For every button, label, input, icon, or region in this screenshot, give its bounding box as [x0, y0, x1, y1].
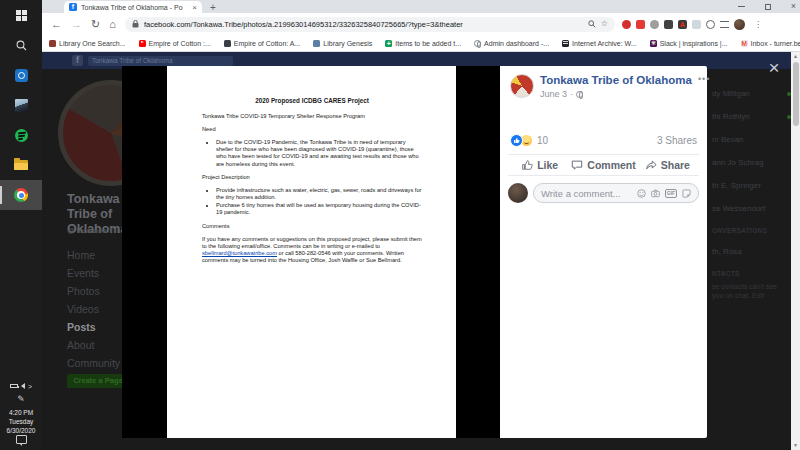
bookmark-item[interactable]: +Items to be added t... [385, 40, 461, 47]
action-center-icon[interactable] [16, 435, 27, 444]
browser-menu-icon[interactable]: ⋮ [754, 20, 762, 29]
notes-extension-icon[interactable] [692, 20, 701, 29]
facebook-logo[interactable]: f [72, 55, 83, 66]
facebook-favicon: f [69, 3, 77, 11]
comment-button[interactable]: Comment [571, 159, 635, 171]
bookmark-item[interactable]: Library One Search... [49, 40, 126, 47]
page-scrollbar[interactable]: ▲ ▼ [791, 52, 800, 450]
comment-input[interactable]: Write a comment... GIF [533, 183, 699, 203]
nav-item-photos[interactable]: Photos [67, 282, 127, 300]
bookmark-item[interactable]: ✳Slack | inspirations |... [650, 40, 728, 47]
reaction-count[interactable]: 10 [537, 135, 548, 146]
chat-contact[interactable]: dy Milligan [712, 82, 791, 105]
refresh-icon[interactable]: ↻ [91, 19, 100, 30]
page-handle: @Tonkawa.Tri [67, 226, 127, 235]
comment-composer: Write a comment... GIF [508, 182, 699, 204]
nav-item-about[interactable]: About [67, 336, 127, 354]
bookmark-star-icon[interactable]: ☆ [601, 20, 608, 28]
document-photo[interactable]: 2020 Proposed ICDBG CARES Project Tonkaw… [167, 66, 456, 438]
post-page-name[interactable]: Tonkawa Tribe of Oklahoma [540, 74, 692, 87]
taskbar-file-explorer[interactable] [0, 150, 42, 180]
address-bar[interactable]: facebook.com/Tonkawa.Tribe/photos/a.2199… [125, 17, 615, 32]
back-icon[interactable]: ← [51, 19, 62, 30]
scrollbar-thumb[interactable] [793, 62, 799, 126]
book-icon [224, 40, 231, 47]
adblock-extension-icon[interactable] [622, 20, 631, 29]
window-minimize-icon[interactable] [738, 6, 745, 7]
speaker-icon [21, 383, 25, 389]
window-maximize-icon[interactable] [765, 4, 771, 10]
window-close-icon[interactable]: × [791, 2, 796, 11]
browser-tab[interactable]: f Tonkawa Tribe of Oklahoma - Po × [64, 1, 202, 13]
scroll-down-icon[interactable]: ▼ [791, 441, 800, 450]
taskbar-clock[interactable]: 4:20 PM Tuesday 6/30/2020 [7, 408, 36, 435]
taskbar-search-button[interactable] [0, 30, 42, 60]
start-button[interactable] [0, 0, 42, 30]
home-icon[interactable]: ⌂ [109, 19, 116, 30]
taskbar-chrome-active[interactable] [0, 180, 42, 210]
extensions-puzzle-icon[interactable] [706, 20, 715, 29]
like-button[interactable]: Like [508, 159, 571, 171]
clock-time: 4:20 PM [7, 408, 36, 417]
bookmark-item[interactable]: Library Genesis [313, 40, 372, 47]
document-need-heading: Need [202, 126, 422, 133]
camera-icon[interactable] [651, 189, 660, 198]
document-project-bullets: Provide infrastructure such as water, el… [216, 187, 422, 217]
system-tray[interactable]: > [10, 378, 32, 394]
post-page-avatar[interactable] [510, 74, 534, 98]
profile-avatar[interactable] [734, 19, 745, 30]
user-avatar [508, 183, 528, 203]
create-page-button[interactable]: Create a Page [67, 374, 129, 388]
scroll-up-icon[interactable]: ▲ [791, 52, 800, 61]
tab-close-icon[interactable]: × [192, 3, 197, 12]
tab-list-icon[interactable] [720, 21, 729, 28]
bookmark-item[interactable]: Empire of Cotton: A... [224, 40, 301, 47]
battery-icon [10, 384, 18, 388]
bookmark-item[interactable]: Internet Archive: W... [562, 40, 637, 47]
chat-group[interactable]: th, Rosa [712, 240, 791, 263]
emoji-icon[interactable] [637, 189, 646, 198]
document-comments-paragraph: If you have any comments or suggestions … [202, 236, 422, 265]
gray-extension-icon[interactable] [650, 20, 659, 29]
post-date[interactable]: June 3 [540, 89, 567, 99]
taskbar-app-photos[interactable] [0, 90, 42, 120]
contacts-header: NTACTS [712, 263, 791, 283]
new-tab-button[interactable]: + [210, 2, 216, 13]
reaction-badges[interactable] [510, 134, 533, 147]
zoom-page-icon[interactable] [588, 20, 596, 28]
pen-icon[interactable]: ✎ [17, 394, 25, 408]
post-options-icon[interactable]: ••• [698, 74, 710, 99]
share-button[interactable]: Share [636, 159, 699, 171]
nav-item-videos[interactable]: Videos [67, 300, 127, 318]
library-genesis-icon [313, 40, 320, 47]
chat-contact[interactable]: th E. Springer [712, 174, 791, 197]
acrobat-extension-icon[interactable]: A [678, 20, 687, 29]
archive-icon [562, 40, 569, 47]
nav-item-posts[interactable]: Posts [67, 318, 127, 336]
gif-icon[interactable]: GIF [665, 189, 677, 198]
facebook-search-input[interactable]: Tonkawa Tribe of Oklahoma [88, 56, 233, 66]
sticker-icon[interactable] [682, 189, 691, 198]
youtube-icon [139, 40, 146, 47]
archive-extension-icon[interactable] [664, 20, 673, 29]
bookmark-item[interactable]: Empire of Cotton :... [139, 40, 211, 47]
bookmark-item[interactable]: MInbox - turner.beazl... [741, 40, 800, 47]
share-count[interactable]: 3 Shares [657, 135, 697, 146]
chat-contact[interactable]: thi Rothlyn [712, 105, 791, 128]
bookmarks-bar: Library One Search... Empire of Cotton :… [42, 35, 800, 52]
chat-contact[interactable]: m Bevan [712, 128, 791, 151]
nav-item-home[interactable]: Home [67, 246, 127, 264]
browser-window: f Tonkawa Tribe of Oklahoma - Po × + × ←… [42, 0, 800, 450]
chat-contact[interactable]: se Wessendorf [712, 197, 791, 220]
theater-close-icon[interactable]: × [762, 56, 786, 80]
nav-item-events[interactable]: Events [67, 264, 127, 282]
forward-icon[interactable]: → [71, 19, 82, 30]
photos-app-icon [15, 99, 28, 112]
bookmark-item[interactable]: Admin dashboard -... [474, 40, 549, 47]
taskbar-app-blue[interactable] [0, 60, 42, 90]
nav-item-community[interactable]: Community [67, 354, 127, 372]
chat-contact[interactable]: ann Jo Schrag [712, 151, 791, 174]
document-bullet: Provide infrastructure such as water, el… [216, 187, 422, 201]
red-extension-icon[interactable] [636, 20, 645, 29]
taskbar-app-spotify[interactable] [0, 120, 42, 150]
